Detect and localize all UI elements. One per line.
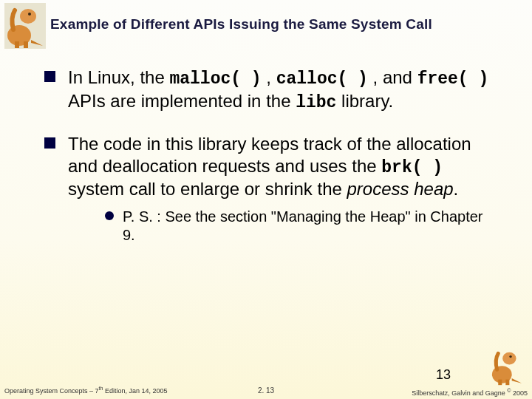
footer-right: Silberschatz, Galvin and Gagne © 2005 (412, 388, 528, 397)
svg-rect-4 (15, 41, 19, 48)
sub-bullet-text: P. S. : See the section "Managing the He… (123, 208, 482, 243)
bullet-text: , and (368, 67, 417, 87)
svg-point-3 (28, 13, 31, 16)
italic-text: process heap (347, 179, 454, 199)
disc-bullet-icon (105, 211, 114, 220)
footer-left: Operating System Concepts – 7th Edition,… (4, 386, 168, 395)
bullet-text: , (262, 67, 276, 87)
svg-point-2 (20, 9, 36, 24)
code-text: calloc( ) (276, 69, 368, 89)
code-text: malloc( ) (169, 69, 261, 89)
code-text: free( ) (417, 69, 489, 89)
svg-point-7 (502, 352, 516, 365)
square-bullet-icon (44, 137, 55, 149)
footer-text: Operating System Concepts – 7 (4, 387, 99, 395)
bullet-text: In Linux, the (68, 67, 169, 87)
sub-bullet-item: P. S. : See the section "Managing the He… (105, 208, 491, 245)
svg-point-8 (509, 355, 511, 358)
footer-text: Silberschatz, Galvin and Gagne (412, 389, 507, 397)
bullet-text: system call to enlarge or shrink the (68, 179, 347, 199)
bullet-item: The code in this library keeps track of … (44, 133, 491, 245)
bullet-text: APIs are implemented in the (68, 91, 296, 111)
code-text: brk( ) (381, 158, 443, 177)
svg-rect-5 (24, 41, 28, 48)
dinosaur-mascot-icon (4, 3, 46, 49)
square-bullet-icon (44, 71, 55, 82)
footer-text: 2005 (511, 389, 528, 397)
code-text: libc (296, 93, 336, 112)
footer-center: 2. 13 (258, 386, 274, 395)
bullet-text: library. (336, 91, 393, 111)
slide-title: Example of Different APIs Issuing the Sa… (50, 16, 525, 33)
slide-body: In Linux, the malloc( ) , calloc( ) , an… (44, 66, 491, 264)
bullet-text: . (454, 179, 459, 199)
slide-footer: Operating System Concepts – 7th Edition,… (0, 375, 532, 399)
bullet-item: In Linux, the malloc( ) , calloc( ) , an… (44, 66, 491, 114)
footer-text: Edition, Jan 14, 2005 (103, 387, 167, 395)
